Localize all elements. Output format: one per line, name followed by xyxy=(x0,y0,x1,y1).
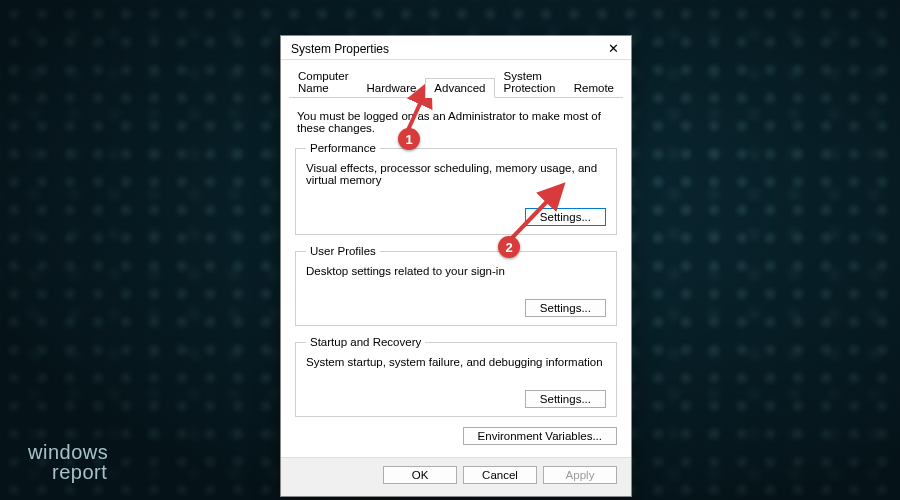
group-legend: User Profiles xyxy=(306,245,380,257)
admin-note: You must be logged on as an Administrato… xyxy=(297,110,615,134)
group-desc: Desktop settings related to your sign-in xyxy=(306,265,606,277)
group-legend: Performance xyxy=(306,142,380,154)
close-icon[interactable]: ✕ xyxy=(604,41,623,56)
profiles-settings-button[interactable]: Settings... xyxy=(525,299,606,317)
dialog-footer: OK Cancel Apply xyxy=(281,457,631,496)
tab-label: Advanced xyxy=(434,82,485,94)
watermark: windows report xyxy=(28,442,108,482)
group-desc: System startup, system failure, and debu… xyxy=(306,356,606,368)
titlebar: System Properties ✕ xyxy=(281,36,631,60)
tab-content: You must be logged on as an Administrato… xyxy=(281,98,631,457)
tab-label: Computer Name xyxy=(298,70,349,94)
annotation-badge-1: 1 xyxy=(398,128,420,150)
system-properties-window: System Properties ✕ Computer Name Hardwa… xyxy=(280,35,632,497)
apply-button[interactable]: Apply xyxy=(543,466,617,484)
svg-line-3 xyxy=(510,188,560,240)
environment-variables-button[interactable]: Environment Variables... xyxy=(463,427,617,445)
tab-computer-name[interactable]: Computer Name xyxy=(289,66,358,97)
tab-strip: Computer Name Hardware Advanced System P… xyxy=(281,60,631,97)
annotation-badge-2: 2 xyxy=(498,236,520,258)
group-startup-recovery: Startup and Recovery System startup, sys… xyxy=(295,336,617,417)
cancel-button[interactable]: Cancel xyxy=(463,466,537,484)
watermark-line1: windows xyxy=(28,442,108,462)
tab-label: Remote xyxy=(574,82,614,94)
window-title: System Properties xyxy=(291,42,389,56)
ok-button[interactable]: OK xyxy=(383,466,457,484)
startup-settings-button[interactable]: Settings... xyxy=(525,390,606,408)
watermark-line2: report xyxy=(52,462,108,482)
group-legend: Startup and Recovery xyxy=(306,336,425,348)
tab-remote[interactable]: Remote xyxy=(565,78,623,97)
group-user-profiles: User Profiles Desktop settings related t… xyxy=(295,245,617,326)
tab-label: System Protection xyxy=(504,70,556,94)
tab-advanced[interactable]: Advanced xyxy=(425,78,494,98)
tab-system-protection[interactable]: System Protection xyxy=(495,66,565,97)
